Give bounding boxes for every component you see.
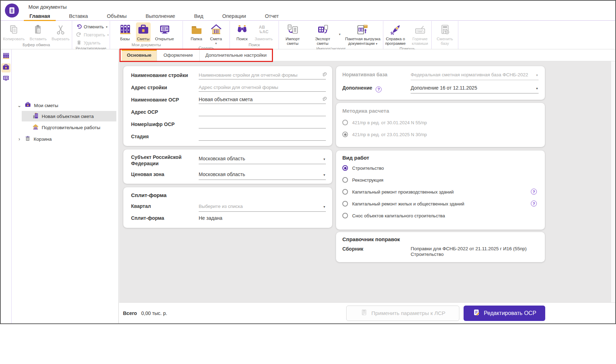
attachment-paperclip-icon[interactable]: [321, 72, 327, 78]
paste-button[interactable]: Вставить: [29, 22, 48, 42]
import-icon: [286, 23, 299, 36]
cut-button[interactable]: Вырезать: [50, 22, 70, 42]
create-folder-button[interactable]: Папка: [189, 22, 204, 42]
radio-checked-icon[interactable]: [342, 165, 348, 171]
apply-parameters-button[interactable]: Применить параметры к ЛСР: [346, 306, 459, 321]
change-base-button[interactable]: Сменить базу: [434, 22, 456, 47]
undo-dropdown-icon[interactable]: ▾: [106, 26, 108, 29]
ribbon-group-create: Папка Смета ▾ Создать: [183, 21, 230, 49]
tab-design[interactable]: Оформление: [157, 49, 200, 61]
scrollbar-track[interactable]: [611, 61, 615, 302]
tree-item-new-object-estimate[interactable]: Новая объектная смета: [32, 111, 94, 121]
attachment-paperclip-icon[interactable]: [321, 96, 327, 103]
ribbon-tab-volumes[interactable]: Объёмы: [105, 13, 128, 19]
redo-button[interactable]: Повторить ▾: [76, 32, 106, 38]
ribbon-group-editing: Отменить ▾ Повторить ▾ Удалить Редактиро…: [72, 21, 110, 49]
split-form-title: Сплит-форма: [131, 192, 166, 198]
copy-button[interactable]: Копировать: [2, 22, 26, 42]
search-button[interactable]: Поиск: [235, 22, 249, 42]
split-value-label: Сплит-форма: [131, 215, 198, 222]
opened-button[interactable]: Открытые: [154, 22, 175, 42]
group-caption-documents: Мои документы: [110, 43, 183, 49]
batch-export-dropdown-icon[interactable]: ▾: [376, 42, 377, 46]
ribbon-group-documents: Базы Сметы Открытые Мои документы: [110, 21, 183, 49]
osr-address-input[interactable]: [199, 108, 326, 115]
rail-bases-button[interactable]: [1, 52, 11, 61]
hotkeys-button[interactable]: Горячие клавиши: [409, 22, 431, 47]
ribbon-tab-report[interactable]: Отчет: [263, 13, 280, 19]
residential-repair-help-icon[interactable]: ?: [531, 201, 537, 206]
tree-item-preparatory-works[interactable]: Подготовительные работы: [32, 122, 100, 133]
ribbon-tab-execution[interactable]: Выполнение: [144, 13, 177, 19]
work-type-option-reconstruction[interactable]: Реконструкция: [342, 177, 383, 183]
construction-address-input[interactable]: [199, 83, 326, 91]
osr-name-input[interactable]: [199, 96, 326, 103]
replace-button[interactable]: AB↳AC Заменить: [254, 22, 274, 42]
create-estimate-dropdown-icon[interactable]: ▾: [215, 42, 217, 45]
ribbon-tab-bar: Главная Вставка Объёмы Выполнение Вид Оп…: [28, 11, 280, 21]
radio-unchecked-icon[interactable]: [342, 201, 348, 206]
card-work-type: Вид работ Строительство Реконструкция Ка…: [336, 150, 545, 230]
work-type-option-construction[interactable]: Строительство: [342, 165, 384, 171]
tree-item-recycle-bin[interactable]: › Корзина: [17, 134, 52, 144]
rail-estimates-button[interactable]: [1, 63, 11, 72]
about-button[interactable]: Справка о программе: [384, 22, 407, 47]
batch-export-icon: [356, 23, 370, 36]
batch-export-button[interactable]: Пакетная выгрузка документации ▾: [343, 22, 383, 47]
construction-name-field: [199, 71, 326, 79]
work-type-option-demolition[interactable]: Снос объектов капитального строительства: [342, 213, 445, 218]
documents-tree: ⌄ Мои сметы Новая объектная смета Подгот…: [12, 49, 119, 323]
osr-number-input[interactable]: [199, 120, 326, 128]
undo-button[interactable]: Отменить ▾: [76, 24, 106, 30]
edit-osr-button[interactable]: Редактировать ОСР: [464, 306, 545, 321]
method-option-2[interactable]: 421/пр в ред. от 23.01.2025 N 30/пр: [342, 132, 427, 137]
osr-number-label: Номер/шифр ОСР: [131, 121, 198, 128]
tab-advanced-settings[interactable]: Дополнительные настройки: [200, 49, 273, 61]
construction-name-input[interactable]: [199, 71, 326, 79]
chevron-down-icon[interactable]: ⌄: [17, 103, 22, 108]
keyboard-icon: [414, 23, 426, 36]
create-estimate-button[interactable]: Смета ▾: [209, 22, 224, 46]
corrections-title: Справочник поправок: [342, 236, 400, 242]
radio-unchecked-icon[interactable]: [342, 177, 348, 183]
redo-dropdown-icon[interactable]: ▾: [107, 34, 109, 37]
estimates-button[interactable]: Сметы: [136, 22, 151, 42]
ribbon-tab-insert[interactable]: Вставка: [68, 13, 89, 19]
ribbon-tab-home[interactable]: Главная: [28, 13, 52, 19]
radio-unchecked-icon[interactable]: [342, 120, 348, 125]
binoculars-icon: [236, 23, 248, 36]
ribbon-tab-view[interactable]: Вид: [193, 13, 205, 19]
supplement-help-icon[interactable]: ?: [376, 86, 382, 92]
radio-unchecked-icon[interactable]: [342, 213, 348, 218]
house-icon: [32, 124, 39, 131]
radio-checked-icon[interactable]: [342, 132, 348, 137]
supplement-select[interactable]: Дополнение 16 от 12.11.2025 ▾: [411, 85, 539, 93]
work-type-option-industrial-repair[interactable]: Капитальный ремонт производственных здан…: [342, 189, 454, 195]
delete-button[interactable]: Удалить: [76, 40, 106, 46]
tab-main-settings[interactable]: Основные: [122, 49, 157, 61]
binders-small-icon: [2, 52, 10, 61]
region-select[interactable]: Московская область ▾: [199, 156, 326, 164]
ribbon-group-base: Сменить базу: [432, 21, 458, 49]
folder-icon: [190, 23, 203, 36]
work-type-option-residential-repair[interactable]: Капитальный ремонт жилых и общественных …: [342, 201, 464, 206]
trash-icon: [76, 40, 82, 46]
region-label: Субъект Российской Федерации: [131, 154, 198, 167]
radio-unchecked-icon[interactable]: [342, 189, 348, 195]
industrial-repair-help-icon[interactable]: ?: [531, 189, 537, 195]
quarter-select[interactable]: Выберите из списка ▾: [199, 203, 326, 212]
export-estimate-button[interactable]: Экспорт сметы: [308, 22, 337, 47]
tree-item-my-estimates[interactable]: ⌄ Мои сметы: [17, 100, 58, 111]
ribbon-tab-operations[interactable]: Операции: [221, 13, 247, 19]
copy-icon: [8, 23, 20, 36]
rail-opened-button[interactable]: [1, 75, 11, 84]
osr-number-field: [199, 120, 326, 128]
import-estimate-button[interactable]: Импорт сметы: [279, 22, 306, 47]
paste-icon: [32, 23, 45, 36]
stage-input[interactable]: [199, 132, 326, 140]
method-option-1[interactable]: 421/пр в ред. от 30.01.2024 N 55/пр: [342, 120, 427, 125]
export-estimate-dropdown-icon[interactable]: ▾: [339, 33, 341, 36]
bases-button[interactable]: Базы: [118, 22, 132, 42]
chevron-right-icon[interactable]: ›: [17, 136, 22, 142]
price-zone-select[interactable]: Московская область ▾: [199, 172, 326, 180]
